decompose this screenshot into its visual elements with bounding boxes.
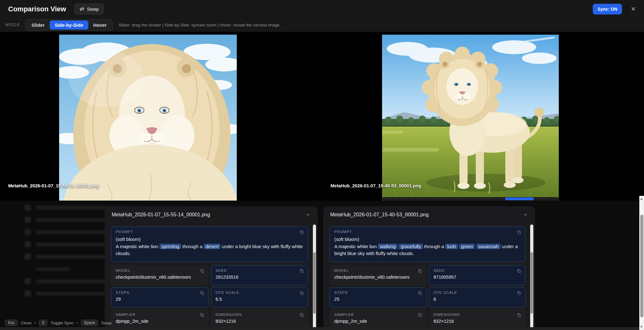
- swap-arrows-icon: ⇄: [80, 6, 84, 12]
- field-box-cfg-scale: CFG SCALE 6: [429, 287, 526, 307]
- field-box-steps: STEPS 29: [111, 287, 208, 307]
- image-pane-right[interactable]: [382, 35, 559, 201]
- bullet-separator: •: [34, 321, 36, 325]
- prompt-diff-chip: walking: [378, 244, 397, 249]
- prompt-diff-chip: desert: [204, 244, 221, 249]
- mode-bar: MODE Slider Side-by-Side Hover Slider: d…: [0, 18, 644, 32]
- page-scrollbar-thumb[interactable]: [640, 215, 643, 317]
- prompt-prefix: (soft bloom): [116, 236, 303, 243]
- mode-tab-hover[interactable]: Hover: [88, 20, 112, 30]
- keyboard-shortcuts-bar: Esc Close • S Toggle Sync • Space Swap: [5, 320, 112, 326]
- comparison-viewer: MetaHub_2026-01-07_15-55-14_00001.png Me…: [0, 32, 644, 201]
- mode-tab-slider[interactable]: Slider: [26, 20, 50, 30]
- horizontal-scrollbar-right-pane[interactable]: [382, 197, 559, 201]
- copy-icon[interactable]: [299, 230, 304, 235]
- esc-key-badge: Esc: [5, 320, 18, 326]
- scroll-up-arrow-icon[interactable]: [640, 198, 643, 200]
- field-box-model: MODEL checkpoints\ilustmix_v80.safetenso…: [111, 265, 208, 285]
- space-key-badge: Space: [81, 320, 98, 326]
- card-scrollbar[interactable]: [313, 225, 316, 329]
- lion-savannah-image: [382, 35, 559, 201]
- page-title: Comparison View: [8, 5, 66, 13]
- bullet-separator: •: [76, 321, 78, 325]
- field-box-sampler: SAMPLER dpmpp_2m_sde: [111, 309, 208, 329]
- prompt-box: PROMPT (soft bloom) A majestic white lio…: [330, 226, 525, 262]
- filename-overlay-left: MetaHub_2026-01-07_15-55-14_00001.png: [8, 183, 99, 188]
- lion-portrait-image: [59, 35, 237, 201]
- prompt-label: PROMPT: [116, 230, 303, 234]
- field-box-steps: STEPS 25: [330, 287, 426, 307]
- copy-icon[interactable]: [517, 230, 521, 235]
- copy-icon[interactable]: [200, 291, 204, 295]
- close-icon: ✕: [631, 6, 636, 12]
- shortcut-label: Swap: [101, 321, 112, 325]
- copy-icon[interactable]: [517, 291, 521, 295]
- mode-tab-side-by-side[interactable]: Side-by-Side: [50, 20, 88, 30]
- s-key-badge: S: [39, 320, 47, 326]
- card-scrollbar-thumb[interactable]: [530, 252, 533, 314]
- copy-icon[interactable]: [299, 313, 304, 317]
- card-filename: MetaHub_2026-01-07_15-40-53_00001.png: [330, 212, 429, 218]
- prompt-box: PROMPT (soft bloom) A majestic white lio…: [111, 226, 308, 262]
- prompt-diff-chip: sprinting: [159, 244, 181, 249]
- metadata-fields-grid: MODEL checkpoints\ilustmix_v80.safetenso…: [111, 265, 308, 329]
- card-image-selector[interactable]: MetaHub_2026-01-07_15-55-14_00001.png: [105, 206, 318, 223]
- copy-icon[interactable]: [200, 269, 204, 273]
- prompt-diff-chip: green: [459, 244, 475, 249]
- copy-icon[interactable]: [517, 313, 521, 317]
- prompt-sentence: A majestic white lion sprinting through …: [116, 243, 303, 257]
- prompt-diff-chip: lush: [445, 244, 458, 249]
- close-button[interactable]: ✕: [631, 6, 636, 12]
- prompt-text: (soft bloom) A majestic white lion sprin…: [116, 236, 303, 257]
- metadata-fields-grid: MODEL checkpoints\ilustmix_v80.safetenso…: [330, 265, 525, 329]
- shortcut-label: Toggle Sync: [50, 321, 74, 325]
- field-box-model: MODEL checkpoints\ilustmix_v80.safetenso…: [330, 265, 426, 285]
- chevron-down-icon[interactable]: [523, 212, 528, 217]
- field-box-dimensions: DIMENSIONS 832×1216: [211, 309, 308, 329]
- prompt-prefix: (soft bloom): [334, 236, 521, 243]
- scroll-down-arrow-icon[interactable]: [640, 326, 643, 328]
- field-box-dimensions: DIMENSIONS 832×1216: [429, 309, 526, 329]
- mode-label: MODE: [6, 23, 21, 27]
- prompt-label: PROMPT: [334, 230, 521, 234]
- copy-icon[interactable]: [418, 291, 422, 295]
- copy-icon[interactable]: [418, 313, 422, 317]
- sync-toggle-button[interactable]: Sync: ON: [593, 4, 622, 14]
- copy-icon[interactable]: [418, 269, 422, 273]
- mode-segmented-control: Slider Side-by-Side Hover: [25, 19, 113, 31]
- card-image-selector[interactable]: MetaHub_2026-01-07_15-40-53_00001.png: [323, 206, 535, 223]
- shortcut-label: Close: [21, 321, 32, 325]
- copy-icon[interactable]: [200, 313, 204, 317]
- card-filename: MetaHub_2026-01-07_15-55-14_00001.png: [112, 212, 210, 218]
- copy-icon[interactable]: [299, 291, 304, 295]
- swap-button-label: Swap: [87, 6, 99, 12]
- filename-overlay-right: MetaHub_2026-01-07_15-40-53_00001.png: [330, 183, 421, 188]
- horizontal-scrollbar-thumb[interactable]: [505, 197, 534, 200]
- field-box-cfg-scale: CFG SCALE 6.5: [211, 287, 308, 307]
- metadata-card-right: MetaHub_2026-01-07_15-40-53_00001.png PR…: [323, 206, 535, 330]
- header-bar: Comparison View ⇄ Swap Sync: ON ✕: [0, 0, 644, 18]
- field-box-seed: SEED 871005957: [429, 265, 526, 285]
- field-box-sampler: SAMPLER dpmpp_2m_sde: [330, 309, 426, 329]
- copy-icon[interactable]: [299, 269, 304, 273]
- prompt-text: (soft bloom) A majestic white lion walki…: [334, 236, 521, 257]
- copy-icon[interactable]: [517, 269, 521, 273]
- bottom-taskbar-strip: [0, 327, 644, 330]
- field-box-seed: SEED 281233516: [211, 265, 308, 285]
- image-pane-left[interactable]: [59, 35, 237, 201]
- prompt-diff-chip: savannah: [476, 244, 501, 249]
- chevron-down-icon[interactable]: [306, 212, 311, 217]
- metadata-bottom-sheet: MetaHub_2026-01-07_15-55-14_00001.png PR…: [0, 201, 644, 330]
- card-scrollbar-thumb[interactable]: [313, 252, 316, 314]
- prompt-sentence: A majestic white lion walking gracefully…: [334, 243, 521, 257]
- mode-hint-text: Slider: drag the divider | Side-by-Side:…: [119, 23, 280, 27]
- prompt-diff-chip: gracefully: [399, 244, 423, 249]
- comparison-view-modal: Comparison View ⇄ Swap Sync: ON ✕ MODE S…: [0, 0, 644, 330]
- page-scrollbar[interactable]: [639, 196, 644, 330]
- card-scrollbar[interactable]: [530, 225, 533, 329]
- swap-button[interactable]: ⇄ Swap: [74, 3, 104, 14]
- metadata-card-left: MetaHub_2026-01-07_15-55-14_00001.png PR…: [105, 206, 318, 330]
